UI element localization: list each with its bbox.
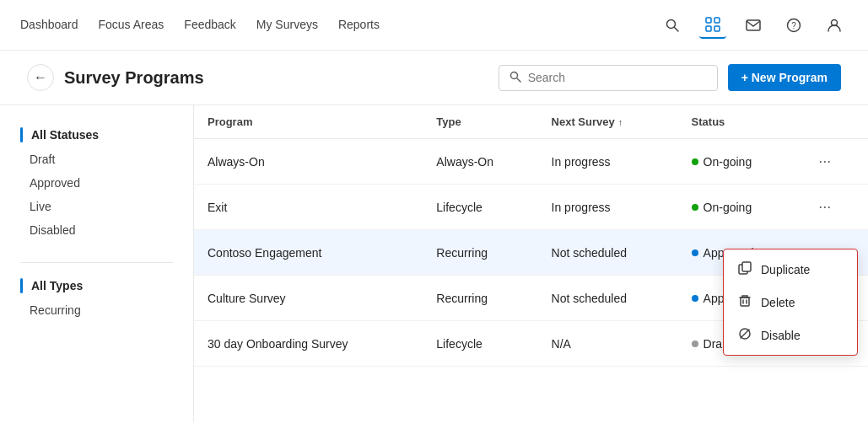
cell-type: Lifecycle (423, 185, 537, 230)
cell-next-survey: Not scheduled (538, 276, 678, 321)
more-button-row0[interactable]: ··· (813, 151, 836, 172)
duplicate-icon (737, 261, 752, 277)
new-program-button[interactable]: + New Program (728, 64, 841, 91)
more-button-row1[interactable]: ··· (813, 196, 836, 217)
svg-rect-6 (747, 20, 760, 30)
col-type: Type (423, 105, 537, 139)
search-nav-icon[interactable] (659, 12, 686, 39)
col-program: Program (194, 105, 423, 139)
col-next-survey[interactable]: Next Survey ↑ (538, 105, 678, 139)
status-dot-blue (692, 295, 698, 302)
svg-rect-14 (741, 298, 749, 306)
status-dot-blue (692, 249, 698, 256)
back-button[interactable]: ← (27, 64, 54, 91)
nav-my-surveys[interactable]: My Surveys (256, 14, 318, 36)
disable-icon (737, 327, 752, 343)
svg-rect-2 (706, 18, 711, 23)
search-box (499, 65, 718, 91)
sort-arrow-icon: ↑ (618, 117, 623, 127)
sidebar-item-live[interactable]: Live (0, 195, 193, 218)
cell-status: On-going (678, 185, 801, 230)
table-row: Always-On Always-On In progress On-going… (194, 139, 868, 185)
search-input[interactable] (528, 71, 707, 84)
col-status: Status (678, 105, 801, 139)
cell-next-survey: Not scheduled (538, 230, 678, 276)
cell-program: 30 day Onboarding Survey (194, 321, 423, 367)
svg-rect-3 (714, 18, 720, 23)
sidebar-section-statuses: All Statuses Draft Approved Live Disable… (0, 122, 193, 242)
nav-focus-areas[interactable]: Focus Areas (99, 14, 164, 36)
svg-point-10 (510, 72, 517, 78)
cell-next-survey: In progress (538, 139, 678, 185)
sidebar-all-statuses[interactable]: All Statuses (0, 122, 193, 147)
svg-rect-4 (706, 26, 711, 31)
cell-next-survey: N/A (538, 321, 678, 367)
next-survey-label: Next Survey (552, 115, 615, 128)
sidebar-item-recurring[interactable]: Recurring (0, 298, 193, 322)
cell-status: On-going (678, 139, 801, 185)
nav-reports[interactable]: Reports (338, 14, 380, 36)
context-menu-disable[interactable]: Disable (724, 319, 857, 351)
sidebar-item-draft[interactable]: Draft (0, 147, 193, 171)
svg-rect-13 (742, 262, 751, 271)
cell-type: Recurring (423, 276, 537, 321)
svg-text:?: ? (791, 21, 796, 30)
status-dot-green (692, 204, 698, 211)
sidebar-item-disabled[interactable]: Disabled (0, 218, 193, 242)
mail-nav-icon[interactable] (740, 12, 767, 39)
search-box-icon (509, 71, 521, 85)
main-content: All Statuses Draft Approved Live Disable… (0, 105, 868, 422)
nav-dashboard[interactable]: Dashboard (20, 14, 78, 36)
context-menu: Duplicate Delete Disable (723, 249, 858, 356)
cell-program: Contoso Engagement (194, 230, 423, 276)
svg-line-11 (517, 78, 520, 82)
cell-program: Exit (194, 185, 423, 230)
sidebar-statuses-label: All Statuses (31, 128, 99, 142)
delete-label: Delete (761, 296, 795, 309)
sidebar-divider (20, 262, 173, 263)
svg-line-1 (675, 27, 679, 31)
cell-type: Always-On (423, 139, 537, 185)
context-menu-delete[interactable]: Delete (724, 286, 857, 319)
disable-label: Disable (761, 329, 801, 342)
top-nav: Dashboard Focus Areas Feedback My Survey… (0, 0, 868, 51)
cell-type: Recurring (423, 230, 537, 276)
nav-links: Dashboard Focus Areas Feedback My Survey… (20, 14, 380, 36)
blue-bar-types (20, 278, 23, 293)
blue-bar-statuses (20, 127, 23, 142)
status-dot-green (692, 158, 698, 165)
sidebar-types-label: All Types (31, 279, 83, 292)
profile-nav-icon[interactable] (821, 12, 848, 39)
status-dot-gray (692, 341, 698, 347)
svg-line-18 (741, 330, 749, 338)
nav-icons: ? (659, 12, 848, 39)
help-nav-icon[interactable]: ? (780, 12, 807, 39)
cell-program: Culture Survey (194, 276, 423, 321)
nav-feedback[interactable]: Feedback (184, 14, 235, 36)
cell-type: Lifecycle (423, 321, 537, 367)
sidebar: All Statuses Draft Approved Live Disable… (0, 105, 194, 422)
cell-next-survey: In progress (538, 185, 678, 230)
table-area: Program Type Next Survey ↑ Status Always… (194, 105, 868, 422)
header-actions: + New Program (499, 64, 841, 91)
svg-rect-5 (714, 26, 720, 31)
page-title: Survey Programs (64, 68, 204, 88)
context-menu-duplicate[interactable]: Duplicate (724, 253, 857, 286)
duplicate-label: Duplicate (761, 263, 810, 276)
layout-nav-icon[interactable] (699, 12, 726, 39)
sidebar-item-approved[interactable]: Approved (0, 171, 193, 195)
delete-icon (737, 294, 752, 310)
page-header: ← Survey Programs + New Program (0, 51, 868, 105)
page-title-area: ← Survey Programs (27, 64, 204, 91)
sidebar-all-types[interactable]: All Types (0, 273, 193, 298)
cell-program: Always-On (194, 139, 423, 185)
sidebar-section-types: All Types Recurring (0, 273, 193, 322)
table-row: Exit Lifecycle In progress On-going ··· (194, 185, 868, 230)
col-actions (800, 105, 868, 139)
